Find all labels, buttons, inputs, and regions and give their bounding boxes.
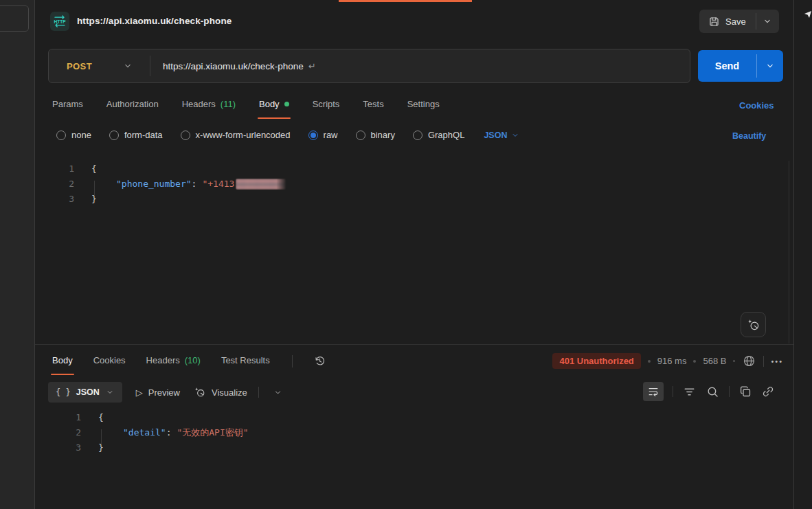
filter-button[interactable] [682,385,697,399]
json-value: "+1413 [202,179,234,189]
http-request-icon: HTTP [50,12,69,31]
line-number: 2 [43,427,81,438]
visualize-button[interactable]: Visualize [194,386,247,398]
line-number: 1 [43,163,74,174]
link-button[interactable] [761,385,775,398]
search-button[interactable] [706,385,720,399]
radio-none[interactable] [56,131,66,140]
preview-button[interactable]: ▷ Preview [136,387,180,398]
url-bar-divider [150,56,150,76]
method-selector[interactable]: POST [49,61,92,71]
left-sidebar-rail [0,0,35,509]
response-format-select[interactable]: { } JSON [48,382,122,403]
radio-graphql[interactable] [413,131,422,140]
response-tab-cookies[interactable]: Cookies [93,355,126,367]
response-tab-headers[interactable]: Headers (10) [146,355,201,367]
filter-icon [682,385,697,399]
url-input[interactable]: https://api.xiaomu.uk/check-phone [163,61,304,71]
sidebar-collapsed-item [0,5,29,32]
status-divider [763,356,764,367]
code-line: 3 } [43,192,789,207]
radio-raw-selected[interactable] [308,131,318,140]
save-options-button[interactable] [756,10,779,33]
tab-body[interactable]: Body [259,99,289,111]
network-globe-icon[interactable] [742,354,756,368]
mode-none[interactable]: none [56,130,91,140]
headers-count-badge: (11) [221,99,236,109]
word-wrap-icon [647,385,659,398]
save-icon [708,16,720,27]
postbot-ai-button[interactable] [741,312,766,337]
language-chevron-down-icon [510,131,520,140]
beautify-link[interactable]: Beautify [732,131,766,141]
code-line: 1 { [43,161,789,176]
save-split-button[interactable]: Save [699,10,779,33]
send-split-button[interactable]: Send [698,50,783,82]
response-toolbar: { } JSON ▷ Preview Visualize [48,382,283,403]
separator-dot [648,360,651,363]
radio-x-www-form-urlencoded[interactable] [181,131,190,140]
send-button[interactable]: Send [698,50,756,82]
response-tab-body[interactable]: Body [52,355,73,367]
more-options-button[interactable]: ••• [771,357,783,365]
tab-params[interactable]: Params [52,99,83,111]
redacted-phone-blur [236,179,286,190]
word-wrap-button[interactable] [643,382,664,401]
body-has-content-dot [284,102,289,106]
response-body-editor[interactable]: 1 { 2 "detail":"无效的API密钥" 3 } [43,409,789,478]
request-tab-title: https://api.xiaomu.uk/check-phone [77,16,232,26]
send-options-button[interactable] [757,50,783,82]
tab-authorization[interactable]: Authorization [106,99,159,111]
request-tab-bar: Params Authorization Headers (11) Body S… [52,99,440,111]
mode-graphql[interactable]: GraphQL [413,130,464,140]
separator-dot [693,360,696,363]
mode-x-www-form-urlencoded[interactable]: x-www-form-urlencoded [181,130,291,140]
response-tab-test-results[interactable]: Test Results [221,355,270,367]
body-mode-row: none form-data x-www-form-urlencoded raw… [56,130,520,140]
save-button-label: Save [725,16,746,27]
tab-scripts[interactable]: Scripts [313,99,340,111]
code-line: 3 } [43,440,789,455]
code-line: 2 "detail":"无效的API密钥" [43,425,789,440]
request-body-editor[interactable]: 1 { 2 "phone_number":"+1413 3 } [43,161,789,343]
format-chevron-down-icon [105,387,115,397]
mode-form-data[interactable]: form-data [109,130,163,140]
indent-guide [101,429,102,444]
response-history-icon[interactable] [313,354,326,367]
mode-binary[interactable]: binary [356,130,395,140]
line-number: 1 [43,412,81,422]
copy-button[interactable] [738,385,752,398]
active-tab-underline [51,374,74,375]
cookies-link[interactable]: Cookies [739,100,774,111]
code-line: 2 "phone_number":"+1413 [43,176,789,191]
postbot-sparkle-icon [747,318,760,332]
line-number: 3 [43,194,74,204]
status-badge[interactable]: 401 Unauthorized [552,353,640,369]
response-size[interactable]: 568 B [703,356,726,366]
line-number: 3 [43,442,81,453]
cursor-arrow-icon [804,10,812,19]
json-key: "detail" [123,427,166,438]
tab-headers[interactable]: Headers (11) [182,99,236,111]
mode-raw[interactable]: raw [308,130,338,140]
search-icon [706,385,720,399]
raw-language-select[interactable]: JSON [484,131,520,140]
tab-settings[interactable]: Settings [407,99,440,111]
radio-form-data[interactable] [109,131,119,140]
tab-tests[interactable]: Tests [363,99,383,111]
response-tab-bar: Body Cookies Headers (10) Test Results [52,354,326,367]
separator-dot [733,360,735,362]
active-tab-underline [258,117,291,119]
method-chevron-down-icon[interactable] [122,60,133,71]
play-icon: ▷ [136,387,143,398]
save-button[interactable]: Save [699,10,756,33]
request-response-divider [35,344,793,345]
indent-guide [94,181,95,196]
right-panel-divider [793,0,794,509]
response-time[interactable]: 916 ms [657,356,687,366]
response-headers-count-badge: (10) [185,355,201,365]
radio-binary[interactable] [356,131,365,140]
enter-key-hint: ↵ [308,61,316,71]
toolbar-chevron-down-icon[interactable] [273,387,283,398]
request-url-bar[interactable]: POST https://api.xiaomu.uk/check-phone ↵ [48,49,690,83]
